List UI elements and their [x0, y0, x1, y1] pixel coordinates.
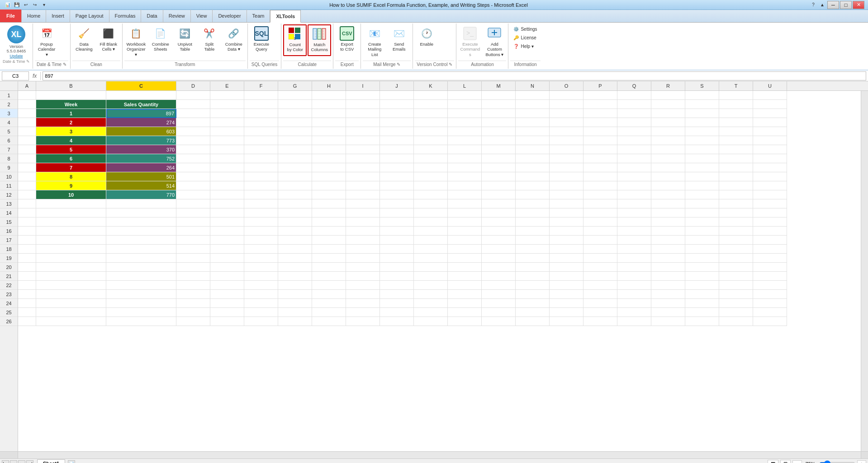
cell-m-17[interactable] — [482, 236, 516, 245]
cell-b10[interactable]: 8 — [36, 172, 106, 181]
cell-m5[interactable] — [482, 127, 516, 136]
col-header-t[interactable]: T — [719, 81, 753, 90]
cell-b-14[interactable] — [36, 208, 106, 217]
cell-t8[interactable] — [719, 154, 753, 163]
settings-button[interactable]: ⚙️ Settings — [511, 25, 539, 33]
cell-q-21[interactable] — [617, 272, 651, 281]
cell-i-21[interactable] — [346, 272, 380, 281]
cell-k6[interactable] — [414, 136, 448, 145]
cell-r8[interactable] — [651, 154, 685, 163]
cell-m8[interactable] — [482, 154, 516, 163]
cell-f1[interactable] — [244, 91, 278, 100]
cell-c-24[interactable] — [106, 299, 176, 308]
row-header-13[interactable]: 13 — [0, 199, 18, 208]
cell-i12[interactable] — [346, 190, 380, 199]
cell-n-22[interactable] — [516, 281, 550, 290]
cell-e-13[interactable] — [210, 199, 244, 208]
col-header-h[interactable]: H — [312, 81, 346, 90]
cell-o-25[interactable] — [550, 308, 583, 317]
cell-i-15[interactable] — [346, 217, 380, 227]
cell-s6[interactable] — [685, 136, 719, 145]
row-header-2[interactable]: 2 — [0, 100, 18, 109]
cell-m-23[interactable] — [482, 290, 516, 299]
row-header-14[interactable]: 14 — [0, 208, 18, 217]
cell-h-21[interactable] — [312, 272, 346, 281]
cell-o5[interactable] — [550, 127, 583, 136]
cell-p-19[interactable] — [583, 254, 617, 263]
tab-page-layout[interactable]: Page Layout — [70, 9, 109, 22]
cell-q-15[interactable] — [617, 217, 651, 227]
cell-u-23[interactable] — [753, 290, 787, 299]
cell-l7[interactable] — [448, 145, 482, 154]
sheet-nav-prev[interactable]: ◄ — [10, 460, 17, 463]
cell-u-20[interactable] — [753, 263, 787, 272]
cell-h-22[interactable] — [312, 281, 346, 290]
cell-c-16[interactable] — [106, 227, 176, 236]
cell-s-15[interactable] — [685, 217, 719, 227]
cell-e-21[interactable] — [210, 272, 244, 281]
cell-j-16[interactable] — [380, 227, 414, 236]
cell-p-13[interactable] — [583, 199, 617, 208]
cell-l1[interactable] — [448, 91, 482, 100]
col-header-l[interactable]: L — [448, 81, 482, 90]
cell-g-17[interactable] — [278, 236, 312, 245]
cell-c-18[interactable] — [106, 245, 176, 254]
cell-a-18[interactable] — [18, 245, 36, 254]
col-header-b[interactable]: B — [36, 81, 106, 90]
cell-i7[interactable] — [346, 145, 380, 154]
cell-d2[interactable] — [176, 100, 210, 109]
cell-d9[interactable] — [176, 163, 210, 172]
cell-h-16[interactable] — [312, 227, 346, 236]
cell-d11[interactable] — [176, 181, 210, 190]
cell-g7[interactable] — [278, 145, 312, 154]
cell-a10[interactable] — [18, 172, 36, 181]
cell-e-25[interactable] — [210, 308, 244, 317]
cell-l9[interactable] — [448, 163, 482, 172]
cell-q-18[interactable] — [617, 245, 651, 254]
row-header-21[interactable]: 21 — [0, 272, 18, 281]
cell-o-19[interactable] — [550, 254, 583, 263]
cell-t4[interactable] — [719, 118, 753, 127]
cell-c-21[interactable] — [106, 272, 176, 281]
cell-f-21[interactable] — [244, 272, 278, 281]
cell-d-13[interactable] — [176, 199, 210, 208]
cell-g-18[interactable] — [278, 245, 312, 254]
cell-t-22[interactable] — [719, 281, 753, 290]
cell-q-16[interactable] — [617, 227, 651, 236]
cell-g9[interactable] — [278, 163, 312, 172]
cell-m3[interactable] — [482, 109, 516, 118]
cell-g12[interactable] — [278, 190, 312, 199]
cell-l-14[interactable] — [448, 208, 482, 217]
cell-e9[interactable] — [210, 163, 244, 172]
cell-a1[interactable] — [18, 91, 36, 100]
cell-q-25[interactable] — [617, 308, 651, 317]
cell-m-20[interactable] — [482, 263, 516, 272]
cell-u-17[interactable] — [753, 236, 787, 245]
cell-m-18[interactable] — [482, 245, 516, 254]
cell-l11[interactable] — [448, 181, 482, 190]
cell-g10[interactable] — [278, 172, 312, 181]
cell-a-15[interactable] — [18, 217, 36, 227]
cell-t-13[interactable] — [719, 199, 753, 208]
cell-l3[interactable] — [448, 109, 482, 118]
cell-d-21[interactable] — [176, 272, 210, 281]
cell-g3[interactable] — [278, 109, 312, 118]
cell-j-14[interactable] — [380, 208, 414, 217]
row-header-18[interactable]: 18 — [0, 245, 18, 254]
cell-r4[interactable] — [651, 118, 685, 127]
cell-j12[interactable] — [380, 190, 414, 199]
cell-q-13[interactable] — [617, 199, 651, 208]
cell-q-20[interactable] — [617, 263, 651, 272]
cell-s-17[interactable] — [685, 236, 719, 245]
cell-t-17[interactable] — [719, 236, 753, 245]
cell-h3[interactable] — [312, 109, 346, 118]
cell-h-14[interactable] — [312, 208, 346, 217]
cell-m-16[interactable] — [482, 227, 516, 236]
cell-o4[interactable] — [550, 118, 583, 127]
cell-l-16[interactable] — [448, 227, 482, 236]
cell-d-14[interactable] — [176, 208, 210, 217]
cell-j11[interactable] — [380, 181, 414, 190]
cell-q5[interactable] — [617, 127, 651, 136]
cell-q-14[interactable] — [617, 208, 651, 217]
cell-i10[interactable] — [346, 172, 380, 181]
